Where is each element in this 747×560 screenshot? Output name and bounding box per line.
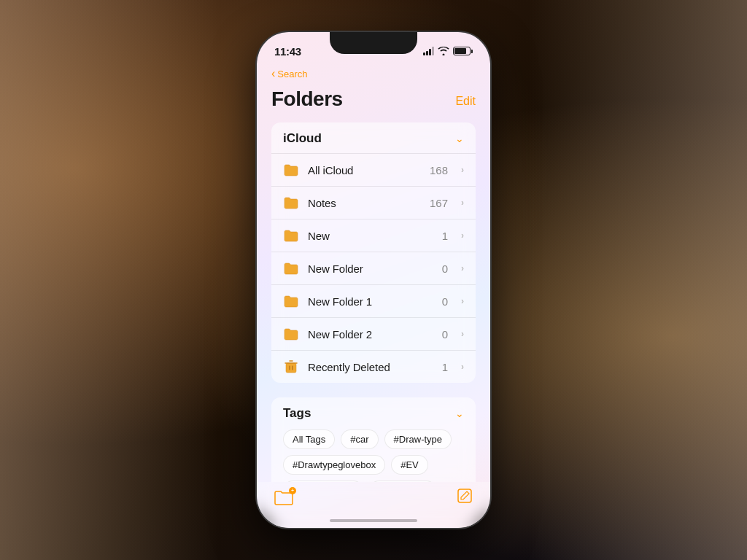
tags-grid: All Tags #car #Draw-type #Drawtypegloveb… bbox=[283, 429, 464, 482]
folder-item-new-folder-1[interactable]: New Folder 1 0 › bbox=[271, 284, 476, 317]
item-chevron-new-folder-2: › bbox=[461, 329, 464, 339]
tags-chevron-icon: ⌄ bbox=[455, 408, 464, 419]
back-search-label: Search bbox=[277, 69, 307, 79]
keyboard-left bbox=[0, 0, 219, 560]
page-header: Folders Edit bbox=[271, 85, 476, 111]
plus-badge: + bbox=[289, 487, 296, 494]
icloud-section-title: iCloud bbox=[283, 131, 322, 146]
tags-section-header[interactable]: Tags ⌄ bbox=[283, 406, 464, 421]
folder-count-new: 1 bbox=[442, 230, 448, 242]
item-chevron-new-folder-1: › bbox=[461, 296, 464, 306]
back-search-button[interactable]: ‹ Search bbox=[271, 67, 308, 80]
phone-device: 11:43 bbox=[257, 32, 490, 528]
tag-draw-type[interactable]: #Draw-type bbox=[384, 429, 452, 449]
folder-name-new: New bbox=[308, 230, 433, 242]
icloud-section: iCloud ⌄ All iCloud 168 › bbox=[271, 122, 476, 383]
item-chevron-recently-deleted: › bbox=[461, 362, 464, 372]
folder-item-new[interactable]: New 1 › bbox=[271, 219, 476, 252]
item-chevron-new: › bbox=[461, 230, 464, 241]
folder-name-recently-deleted: Recently Deleted bbox=[308, 361, 433, 373]
folder-icon-new-folder bbox=[283, 260, 299, 276]
item-chevron-new-folder: › bbox=[461, 263, 464, 273]
folder-item-new-folder[interactable]: New Folder 0 › bbox=[271, 252, 476, 284]
folder-item-new-folder-2[interactable]: New Folder 2 0 › bbox=[271, 317, 476, 350]
phone-screen: 11:43 bbox=[257, 32, 490, 528]
folder-count-recently-deleted: 1 bbox=[442, 361, 448, 373]
tag-all-tags[interactable]: All Tags bbox=[283, 429, 335, 449]
folder-count-new-folder-1: 0 bbox=[442, 295, 448, 308]
folder-icon-new-folder-1 bbox=[283, 293, 299, 309]
tag-ev[interactable]: #EV bbox=[391, 455, 428, 475]
tags-section-title: Tags bbox=[283, 406, 311, 421]
folder-name-new-folder: New Folder bbox=[308, 262, 433, 275]
home-indicator bbox=[330, 519, 417, 522]
svg-rect-1 bbox=[458, 489, 471, 502]
notch bbox=[330, 32, 417, 54]
folder-item-notes[interactable]: Notes 167 › bbox=[271, 186, 476, 219]
folder-count-notes: 167 bbox=[430, 197, 448, 209]
icloud-section-header[interactable]: iCloud ⌄ bbox=[271, 122, 476, 153]
tag-car[interactable]: #car bbox=[341, 429, 378, 449]
svg-rect-0 bbox=[286, 363, 296, 373]
edit-button[interactable]: Edit bbox=[455, 88, 476, 108]
icloud-chevron-icon: ⌄ bbox=[455, 133, 464, 144]
item-chevron-all-icloud: › bbox=[461, 165, 464, 175]
folder-name-notes: Notes bbox=[308, 197, 421, 209]
folder-icon-all-icloud bbox=[283, 162, 299, 178]
folder-count-new-folder: 0 bbox=[442, 262, 448, 275]
back-chevron-icon: ‹ bbox=[271, 67, 275, 80]
battery-indicator bbox=[453, 47, 473, 55]
folder-item-all-icloud[interactable]: All iCloud 168 › bbox=[271, 153, 476, 186]
new-folder-button[interactable]: + bbox=[274, 490, 293, 506]
folder-count-all-icloud: 168 bbox=[430, 164, 448, 176]
nav-bar: ‹ Search bbox=[257, 64, 490, 85]
signal-bars bbox=[423, 47, 434, 55]
page-title: Folders bbox=[271, 88, 343, 111]
trash-icon-recently-deleted bbox=[283, 359, 299, 375]
phone-wrapper: 11:43 bbox=[257, 32, 490, 528]
keyboard-right bbox=[528, 0, 747, 560]
folder-count-new-folder-2: 0 bbox=[442, 328, 448, 341]
tags-section: Tags ⌄ All Tags #car #Draw-type #Drawtyp… bbox=[271, 397, 476, 482]
item-chevron-notes: › bbox=[461, 198, 464, 208]
wifi-icon bbox=[438, 47, 449, 55]
folder-icon-new bbox=[283, 228, 299, 244]
tag-drawtypeglovebox[interactable]: #Drawtypeglovebox bbox=[283, 455, 385, 475]
folder-name-new-folder-2: New Folder 2 bbox=[308, 328, 433, 341]
status-icons bbox=[423, 47, 473, 55]
folder-item-recently-deleted[interactable]: Recently Deleted 1 › bbox=[271, 350, 476, 383]
main-content[interactable]: Folders Edit iCloud ⌄ bbox=[257, 85, 490, 482]
folder-icon-new-folder-2 bbox=[283, 326, 299, 342]
folder-icon-notes bbox=[283, 195, 299, 211]
folder-name-all-icloud: All iCloud bbox=[308, 164, 421, 176]
compose-button[interactable] bbox=[457, 488, 473, 508]
folder-name-new-folder-1: New Folder 1 bbox=[308, 295, 433, 308]
status-time: 11:43 bbox=[274, 45, 301, 58]
